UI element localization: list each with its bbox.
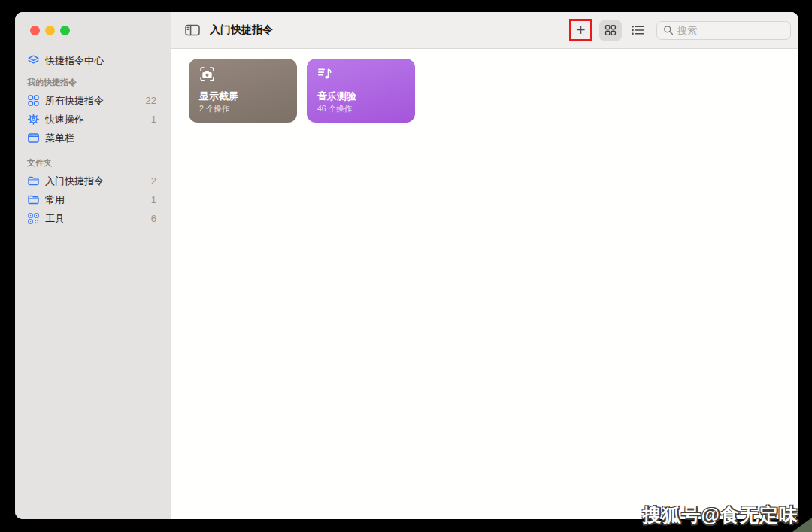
shortcut-card-grid: 显示截屏 2 个操作	[189, 59, 798, 123]
item-count: 22	[146, 95, 156, 106]
shortcut-card-show-screenshot[interactable]: 显示截屏 2 个操作	[189, 59, 297, 123]
music-note-list-icon	[317, 66, 333, 82]
sidebar-item-label: 快速操作	[45, 113, 84, 126]
traffic-lights	[15, 12, 171, 35]
sidebar-item-menu-bar[interactable]: 菜单栏	[15, 129, 171, 147]
sidebar-item-label: 常用	[45, 193, 65, 207]
sidebar-group-my-shortcuts: 所有快捷指令 22	[15, 91, 171, 147]
menubar-icon	[27, 132, 40, 144]
plus-icon: +	[576, 22, 585, 38]
list-view-button[interactable]	[626, 20, 649, 41]
sidebar-section-folders: 文件夹	[15, 157, 171, 169]
grid-view-button[interactable]	[599, 20, 622, 41]
sidebar-item-label: 所有快捷指令	[45, 94, 104, 108]
screenshot-icon	[199, 66, 215, 82]
search-field[interactable]	[656, 21, 791, 40]
gear-icon	[27, 113, 40, 126]
item-count: 2	[151, 175, 156, 187]
shortcut-title: 音乐测验	[317, 90, 405, 102]
sidebar-item-label: 入门快捷指令	[45, 175, 104, 188]
zoom-button[interactable]	[60, 26, 70, 35]
main-area: 入门快捷指令 +	[171, 12, 798, 519]
item-count: 1	[151, 114, 156, 125]
shortcuts-app-window: 快捷指令中心 我的快捷指令 所有快捷指令 22	[15, 12, 798, 519]
shortcut-action-count: 46 个操作	[317, 104, 405, 114]
search-input[interactable]	[677, 25, 784, 36]
shortcuts-content: 显示截屏 2 个操作	[171, 49, 798, 519]
sidebar-section-my-shortcuts: 我的快捷指令	[15, 76, 171, 88]
toolbar-right-group: +	[569, 19, 791, 41]
sidebar-toggle-icon	[185, 24, 200, 36]
list-view-icon	[631, 24, 645, 36]
item-count: 6	[151, 213, 156, 224]
sidebar-item-common[interactable]: 常用 1	[15, 190, 171, 209]
layers-stack-icon	[27, 54, 40, 67]
minimize-button[interactable]	[45, 26, 55, 35]
shortcut-card-music-quiz[interactable]: 音乐测验 46 个操作	[307, 59, 415, 123]
folder-icon	[27, 175, 40, 187]
sidebar-item-tools[interactable]: 工具 6	[15, 209, 171, 228]
watermark-text: 搜狐号@食无定味	[643, 503, 798, 527]
qrcode-icon	[27, 212, 40, 225]
sidebar-item-all-shortcuts[interactable]: 所有快捷指令 22	[15, 91, 171, 110]
sidebar: 快捷指令中心 我的快捷指令 所有快捷指令 22	[15, 12, 171, 519]
search-icon	[663, 25, 674, 35]
folder-icon	[27, 193, 40, 206]
grid-icon	[27, 94, 40, 107]
sidebar-group-folders: 入门快捷指令 2 常用 1	[15, 172, 171, 228]
sidebar-item-quick-actions[interactable]: 快速操作 1	[15, 110, 171, 129]
sidebar-item-label: 工具	[45, 212, 65, 226]
sidebar-item-starter-shortcuts[interactable]: 入门快捷指令 2	[15, 172, 171, 190]
item-count: 1	[151, 194, 156, 205]
sidebar-item-label: 快捷指令中心	[45, 54, 104, 68]
sidebar-item-label: 菜单栏	[45, 132, 74, 145]
sidebar-item-gallery[interactable]: 快捷指令中心	[15, 51, 171, 70]
add-shortcut-button-highlighted[interactable]: +	[569, 19, 592, 41]
toggle-sidebar-button[interactable]	[184, 23, 201, 37]
shortcut-action-count: 2 个操作	[199, 104, 287, 114]
page-title: 入门快捷指令	[210, 23, 273, 37]
grid-view-icon	[604, 24, 617, 36]
close-button[interactable]	[30, 26, 40, 35]
toolbar: 入门快捷指令 +	[171, 12, 798, 49]
shortcut-title: 显示截屏	[199, 90, 287, 102]
